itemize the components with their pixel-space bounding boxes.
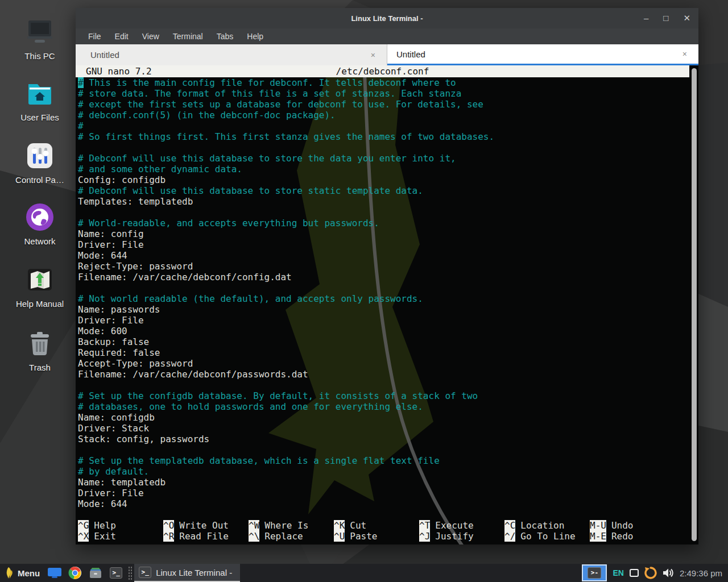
file-manager-launcher[interactable] (47, 566, 62, 580)
menu-tabs[interactable]: Tabs (211, 30, 239, 43)
desktop: This PC User Files (0, 0, 728, 582)
buffer-line: # store data. The format of this file is… (78, 88, 698, 99)
maximize-button[interactable]: □ (663, 8, 668, 28)
terminal-icon: >- (588, 567, 601, 579)
menu-bar: FileEditViewTerminalTabsHelp (76, 28, 698, 44)
terminal-scrollbar[interactable] (692, 68, 697, 541)
shortcut-label: Cut (350, 520, 366, 531)
buffer-line: Driver: Stack (78, 423, 698, 434)
nano-shortcut[interactable]: ^RRead File (163, 531, 249, 542)
nano-shortcut[interactable]: ^WWhere Is (249, 520, 334, 531)
buffer-line: # and some other dynamic data. (78, 164, 698, 174)
desktop-icon-control-panel[interactable]: Control Pa… (7, 141, 73, 185)
shortcut-key: ^U (334, 531, 345, 542)
terminal-icon: >_ (139, 567, 151, 578)
tab-untitled-2-active[interactable]: Untitled × (387, 44, 698, 65)
desktop-icon-label: This PC (7, 51, 73, 61)
clock[interactable]: 2:49:36 pm (680, 568, 722, 578)
buffer-line: # This is the main config file for debco… (78, 77, 698, 88)
shortcut-label: Justify (435, 531, 473, 542)
help-manual-icon (25, 265, 55, 294)
tab-label: Untitled (90, 50, 119, 60)
terminal-screen[interactable]: GNU nano 7.2 /etc/debconf.conf # This is… (76, 65, 698, 544)
linux-lite-logo-icon (5, 567, 14, 579)
shortcut-key: ^X (78, 531, 89, 542)
buffer-line: # Set up the configdb database. By defau… (78, 390, 698, 401)
terminal-icon: >_ (110, 567, 122, 579)
keyboard-layout-indicator[interactable]: EN (613, 568, 623, 577)
buffer-line: Mode: 644 (78, 498, 698, 509)
menu-file[interactable]: File (82, 30, 107, 43)
shortcut-key: M-E (590, 531, 606, 542)
close-button[interactable]: ✕ (683, 8, 690, 28)
computer-icon (25, 17, 55, 47)
buffer-line: Accept-Type: password (78, 358, 698, 369)
shortcut-key: ^K (334, 520, 345, 531)
desktop-icon-user-files[interactable]: User Files (7, 78, 73, 122)
buffer-line: Name: configdb (78, 412, 698, 423)
shortcut-label: Paste (350, 531, 377, 542)
buffer-line: Required: false (78, 347, 698, 358)
desktop-icon-network[interactable]: Network (7, 202, 73, 246)
shortcut-label: Location (520, 520, 564, 531)
nano-shortcut[interactable]: ^UPaste (334, 531, 419, 542)
buffer-line (78, 444, 698, 455)
buffer-line: Name: config (78, 228, 698, 239)
buffer-line: # databases, one to hold passwords and o… (78, 401, 698, 412)
volume-icon[interactable] (663, 568, 674, 578)
shortcut-label: Undo (611, 520, 634, 531)
nano-shortcut[interactable]: M-ERedo (590, 531, 633, 542)
nano-shortcut[interactable]: M-UUndo (590, 520, 633, 531)
buffer-line: # Not world readable (the default), and … (78, 293, 698, 304)
shortcut-key: M-U (590, 520, 606, 531)
buffer-line: # debconf.conf(5) (in the debconf-doc pa… (78, 110, 698, 120)
buffer-line: # So first things first. This first stan… (78, 131, 698, 142)
buffer-line: Backup: false (78, 336, 698, 347)
nano-shortcut[interactable]: ^KCut (334, 520, 419, 531)
desktop-icon-trash[interactable]: Trash (7, 329, 73, 372)
buffer-line: # (78, 120, 698, 131)
text-cursor: # (78, 77, 84, 88)
desktop-icon-this-pc[interactable]: This PC (7, 17, 73, 61)
tasklist-handle[interactable] (128, 566, 133, 580)
tab-untitled-1[interactable]: Untitled × (76, 44, 387, 65)
menu-edit[interactable]: Edit (109, 30, 134, 43)
menu-help[interactable]: Help (241, 30, 269, 43)
system-tray: >- EN 2:49:36 pm (582, 564, 728, 581)
update-refresh-icon[interactable] (644, 567, 657, 579)
shortcut-label: Help (94, 520, 116, 531)
desktop-icon-label: User Files (7, 113, 73, 122)
window-titlebar[interactable]: Linux Lite Terminal - – □ ✕ (76, 8, 698, 28)
nano-shortcut[interactable]: ^/Go To Line (504, 531, 590, 542)
nano-shortcut[interactable]: ^\Replace (249, 531, 334, 542)
chrome-launcher[interactable] (68, 566, 82, 580)
nano-buffer[interactable]: # This is the main config file for debco… (76, 77, 698, 509)
scrollbar-thumb[interactable] (692, 68, 697, 541)
clipboard-icon[interactable] (630, 569, 639, 577)
menu-view[interactable]: View (136, 30, 165, 43)
nano-shortcut[interactable]: ^GHelp (78, 520, 163, 531)
menu-button[interactable]: Menu (0, 564, 44, 582)
tray-terminal-indicator[interactable]: >- (582, 564, 607, 581)
nano-shortcut[interactable]: ^XExit (78, 531, 163, 542)
nano-shortcut[interactable]: ^OWrite Out (163, 520, 249, 531)
shortcut-label: Write Out (179, 520, 229, 531)
tab-close-icon[interactable]: × (371, 51, 375, 60)
minimize-button[interactable]: – (644, 8, 648, 28)
task-button-terminal[interactable]: >_ Linux Lite Terminal - (134, 564, 240, 582)
shortcut-key: ^C (504, 520, 515, 531)
terminal-launcher[interactable]: >_ (109, 566, 123, 580)
menu-terminal[interactable]: Terminal (167, 30, 209, 43)
archive-drawer-launcher[interactable] (88, 566, 103, 580)
nano-shortcut[interactable]: ^CLocation (504, 520, 590, 531)
nano-shortcut[interactable]: ^JJustify (419, 531, 504, 542)
folder-home-icon (25, 78, 55, 108)
taskbar: Menu (0, 564, 728, 582)
shortcut-row1: ^GHelp^OWrite Out^WWhere Is^KCut^TExecut… (78, 520, 689, 531)
buffer-line: Filename: /var/cache/debconf/passwords.d… (78, 369, 698, 380)
tab-label: Untitled (396, 49, 425, 59)
nano-shortcut[interactable]: ^TExecute (419, 520, 504, 531)
desktop-icon-help-manual[interactable]: Help Manual (7, 265, 73, 309)
buffer-line: Name: templatedb (78, 477, 698, 488)
tab-close-icon[interactable]: × (682, 49, 687, 59)
